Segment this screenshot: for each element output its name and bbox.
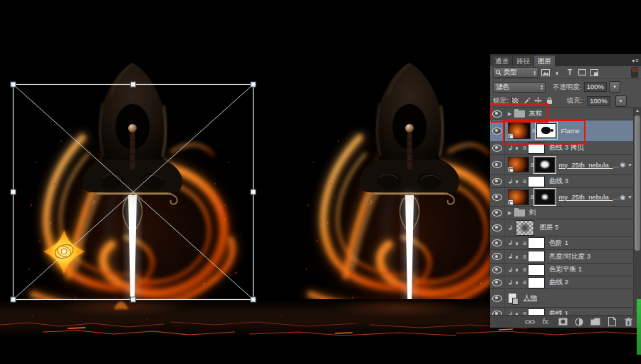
visibility-toggle[interactable] [490, 289, 505, 307]
layer-name[interactable]: 剑 [528, 208, 536, 217]
visibility-toggle[interactable] [490, 236, 505, 249]
filter-pixel-layers-icon[interactable] [541, 68, 551, 77]
filter-kind-select[interactable]: 类型 ▴▾ [493, 67, 538, 78]
visibility-toggle[interactable] [490, 188, 505, 206]
layer-thumbnail[interactable] [516, 220, 534, 236]
layer-row-image[interactable]: ↲ 图层 5 [490, 219, 641, 236]
handle-top-right[interactable] [251, 82, 256, 87]
filter-toggle-switch[interactable] [631, 67, 638, 78]
adjustment-thumbnail[interactable] [528, 264, 545, 276]
mask-link-icon[interactable]: 8 [532, 128, 535, 134]
visibility-toggle[interactable] [490, 155, 505, 175]
visibility-toggle[interactable] [490, 142, 505, 154]
filter-shape-layers-icon[interactable] [577, 68, 587, 77]
opacity-value[interactable]: 100% [584, 82, 607, 92]
visibility-toggle[interactable] [490, 276, 505, 288]
visibility-toggle[interactable] [490, 250, 505, 263]
visibility-toggle[interactable] [490, 108, 505, 120]
layer-row-group[interactable]: ▶ 剑 [490, 207, 641, 219]
fill-dropdown-button[interactable]: ▼ [615, 95, 627, 107]
mask-thumbnail[interactable] [536, 123, 556, 138]
mask-link-icon[interactable]: 8 [531, 162, 533, 168]
layer-row-adjustment[interactable]: ↲ ◐ 8 曲线 2 [490, 276, 641, 289]
layer-style-button[interactable]: fx. [541, 317, 552, 327]
layer-row-smart-object[interactable]: 8 my_25th_nebula_by_mi... ◉ ▼ [490, 188, 641, 207]
fill-value[interactable]: 100% [587, 96, 610, 106]
panel-menu-icon[interactable]: ▾≡ [632, 58, 640, 64]
layer-name[interactable]: 曲线 3 拷贝 [549, 143, 584, 152]
layer-row-adjustment[interactable]: ↲ ◐ 8 色彩平衡 1 [490, 264, 641, 276]
handle-middle-right[interactable] [251, 189, 256, 194]
effects-expand-icon[interactable]: ▼ [627, 162, 632, 167]
add-adjustment-button[interactable] [573, 317, 585, 327]
adjustment-thumbnail[interactable] [528, 277, 545, 288]
handle-bottom-right[interactable] [251, 297, 256, 302]
adjustment-thumbnail[interactable] [528, 176, 545, 187]
layer-row-adjustment[interactable]: ↲ ◐ 8 曲线 3 [490, 175, 641, 188]
delete-layer-button[interactable] [622, 317, 634, 327]
adjustment-thumbnail[interactable] [528, 308, 545, 316]
layers-scrollbar[interactable]: ▲ ▼ [633, 108, 641, 315]
layer-thumbnail[interactable] [508, 189, 529, 205]
layer-row-smart-object[interactable]: 8 my_25th_nebula_by_mi... ◉ ▼ [490, 155, 641, 175]
mask-thumbnail[interactable] [535, 189, 555, 204]
adjustment-thumbnail[interactable] [528, 142, 545, 154]
filter-smart-objects-icon[interactable] [589, 68, 599, 77]
layer-name[interactable]: 图层 5 [540, 223, 559, 232]
layer-name[interactable]: 人物 [523, 293, 537, 303]
mask-link-icon[interactable]: 8 [531, 194, 533, 200]
lock-pixels-brush-icon[interactable] [523, 97, 531, 105]
effects-expand-icon[interactable]: ▼ [627, 194, 632, 199]
layer-row-adjustment-partial[interactable]: ↲ ◐ 8 曲线 1 [490, 308, 641, 315]
visibility-toggle[interactable] [490, 175, 505, 187]
visibility-toggle[interactable] [490, 207, 505, 219]
handle-middle-left[interactable] [11, 189, 16, 194]
visibility-toggle[interactable] [490, 219, 505, 236]
layer-row-adjustment[interactable]: ↲ ◐ 8 色阶 1 [490, 236, 641, 250]
layer-row-adjustment[interactable]: ↲ ◐ 8 曲线 3 拷贝 [490, 142, 641, 155]
layer-row-selected[interactable]: 8 Flame [490, 120, 641, 142]
adjustment-thumbnail[interactable] [528, 251, 545, 262]
layer-thumbnail[interactable] [508, 157, 529, 172]
tab-layers[interactable]: 图层 [534, 56, 555, 66]
layer-name[interactable]: 色阶 1 [549, 239, 568, 248]
group-expand-icon[interactable]: ▶ [508, 111, 511, 117]
new-layer-button[interactable] [606, 317, 617, 327]
layer-name[interactable]: 灰粒 [528, 109, 542, 118]
blend-mode-select[interactable]: 滤色 ▴▾ [493, 82, 546, 93]
tab-channels[interactable]: 通道 [491, 56, 512, 66]
transform-bounding-box[interactable] [10, 81, 256, 303]
handle-bottom-center[interactable] [131, 297, 136, 302]
layer-name[interactable]: Flame [561, 127, 579, 135]
layer-name[interactable]: 曲线 1 [549, 309, 568, 315]
layer-row-group[interactable]: ▶ 灰粒 [490, 108, 641, 120]
layer-name[interactable]: 曲线 3 [549, 177, 568, 186]
filter-type-layers-icon[interactable]: T [565, 68, 575, 77]
filter-adjustment-layers-icon[interactable]: ◐ [553, 68, 563, 77]
visibility-toggle[interactable] [490, 308, 505, 315]
handle-top-left[interactable] [11, 82, 16, 87]
handle-top-center[interactable] [131, 82, 136, 87]
layer-name[interactable]: my_25th_nebula_by_mi... [558, 161, 620, 169]
lock-all-icon[interactable] [546, 97, 554, 105]
adjustment-thumbnail[interactable] [528, 237, 545, 249]
lock-transparency-icon[interactable] [511, 97, 520, 105]
new-group-button[interactable] [590, 317, 601, 327]
opacity-dropdown-button[interactable]: ▼ [609, 81, 620, 93]
layer-thumbnail[interactable] [508, 123, 531, 139]
layer-name[interactable]: 亮度/对比度 3 [549, 252, 590, 261]
scrollbar-thumb[interactable] [635, 115, 640, 251]
layer-name[interactable]: my_25th_nebula_by_mi... [558, 193, 620, 201]
layer-name[interactable]: 曲线 2 [549, 278, 568, 287]
scroll-up-icon[interactable]: ▲ [634, 108, 641, 114]
group-expand-icon[interactable]: ▶ [508, 210, 511, 216]
link-layers-button[interactable] [524, 317, 536, 327]
tab-paths[interactable]: 路径 [513, 56, 533, 66]
lock-position-icon[interactable] [534, 97, 543, 105]
visibility-toggle[interactable] [490, 120, 505, 141]
layer-name[interactable]: 色彩平衡 1 [549, 265, 582, 274]
handle-bottom-left[interactable] [11, 297, 16, 302]
mask-thumbnail[interactable] [535, 157, 555, 172]
layer-row-adjustment[interactable]: ↲ ◐ 8 亮度/对比度 3 [490, 250, 641, 264]
visibility-toggle[interactable] [490, 264, 505, 276]
